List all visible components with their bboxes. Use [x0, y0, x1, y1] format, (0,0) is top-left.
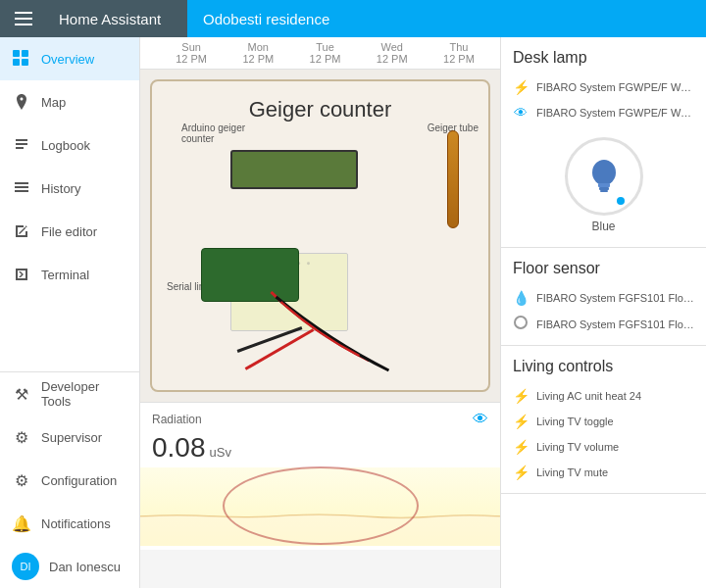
circle-icon-1 — [513, 316, 529, 332]
geiger-title: Geiger counter — [249, 97, 392, 122]
floor-sensor-title: Floor sensor — [513, 260, 694, 277]
floor-sensor-item-1[interactable]: FIBARO System FGFS101 Flood Sensor Flood — [513, 311, 694, 337]
floor-sensor-text-0: FIBARO System FGFS101 Flood Sensor Tempe… — [536, 292, 694, 304]
right-panel: Desk lamp ⚡ FIBARO System FGWPE/F Wall P… — [500, 37, 706, 588]
living-controls-item-1[interactable]: ⚡ Living TV toggle — [513, 409, 694, 434]
floor-sensor-item-0[interactable]: 💧 FIBARO System FGFS101 Flood Sensor Tem… — [513, 285, 694, 311]
configuration-icon: ⚙ — [12, 470, 31, 490]
main-panel: Sun12 PM Mon12 PM Tue12 PM Wed12 PM Thu1… — [140, 37, 500, 588]
svg-point-24 — [592, 160, 616, 185]
water-icon-0: 💧 — [513, 290, 529, 306]
geiger-image: Geiger counter Arduino geigercounter Gei… — [140, 70, 500, 402]
sidebar-item-logbook[interactable]: Logbook — [0, 123, 139, 167]
sidebar-item-overview[interactable]: Overview — [0, 37, 139, 80]
terminal-icon — [12, 265, 31, 284]
sidebar-label-terminal: Terminal — [41, 268, 89, 282]
sidebar-bottom: ⚒ Developer Tools ⚙ Supervisor ⚙ Configu… — [0, 371, 139, 588]
sidebar-item-notifications[interactable]: 🔔 Notifications — [0, 502, 139, 545]
svg-rect-25 — [598, 183, 610, 187]
sidebar-label-file-editor: File editor — [41, 224, 97, 239]
logbook-icon — [12, 135, 31, 155]
wires-svg — [152, 272, 488, 390]
radiation-value-row: 0.08 uSv — [140, 430, 500, 467]
grid-icon — [12, 49, 31, 69]
svg-rect-1 — [22, 50, 28, 57]
living-controls-text-0: Living AC unit heat 24 — [536, 390, 641, 402]
desk-lamp-title: Desk lamp — [513, 49, 694, 67]
time-label-sun: Sun12 PM — [158, 41, 225, 65]
sidebar-item-history[interactable]: History — [0, 167, 139, 210]
desk-lamp-card: Desk lamp ⚡ FIBARO System FGWPE/F Wall P… — [501, 37, 706, 248]
lightning-icon-lc0: ⚡ — [513, 388, 529, 404]
lcd-display-visual — [230, 150, 358, 189]
living-controls-item-3[interactable]: ⚡ Living TV mute — [513, 460, 694, 485]
page-title: Odobesti residence — [187, 11, 345, 27]
sidebar-label-supervisor: Supervisor — [41, 430, 102, 445]
living-controls-item-0[interactable]: ⚡ Living AC unit heat 24 — [513, 383, 694, 409]
time-label-mon: Mon12 PM — [225, 41, 291, 65]
bell-icon: 🔔 — [12, 514, 31, 533]
radiation-number: 0.08 — [152, 432, 206, 464]
lamp-container: Blue — [513, 125, 694, 239]
lightning-icon-0: ⚡ — [513, 79, 529, 95]
svg-rect-0 — [13, 50, 20, 57]
hamburger-button[interactable] — [0, 0, 47, 37]
sidebar-item-developer-tools[interactable]: ⚒ Developer Tools — [0, 372, 139, 416]
sidebar-item-configuration[interactable]: ⚙ Configuration — [0, 459, 139, 502]
radiation-card: Radiation 👁 0.08 uSv — [140, 403, 500, 550]
desk-lamp-text-0: FIBARO System FGWPE/F Wall Plug Switch — [536, 81, 694, 93]
floor-sensor-card: Floor sensor 💧 FIBARO System FGFS101 Flo… — [501, 248, 706, 346]
arduino-label: Arduino geigercounter — [181, 122, 245, 144]
sidebar-item-terminal[interactable]: Terminal — [0, 253, 139, 296]
avatar: DI — [12, 553, 39, 580]
living-controls-card: Living controls ⚡ Living AC unit heat 24… — [501, 346, 706, 494]
sidebar-label-configuration: Configuration — [41, 473, 117, 488]
desk-lamp-item-1[interactable]: 👁 FIBARO System FGWPE/F Wall Plug Power — [513, 100, 694, 125]
app-title: Home Assistant — [47, 0, 187, 37]
bulb-svg — [582, 155, 626, 198]
radiation-eye-icon[interactable]: 👁 — [473, 411, 488, 428]
lamp-circle — [565, 137, 643, 216]
living-controls-text-2: Living TV volume — [536, 441, 619, 453]
geiger-inner: Geiger counter Arduino geigercounter Gei… — [150, 79, 490, 392]
living-controls-text-3: Living TV mute — [536, 466, 608, 478]
lamp-dot — [617, 197, 625, 205]
lightning-icon-lc3: ⚡ — [513, 465, 529, 480]
sidebar-label-map: Map — [41, 95, 66, 110]
time-label-wed: Wed12 PM — [359, 41, 426, 65]
svg-rect-26 — [599, 187, 609, 190]
living-controls-title: Living controls — [513, 358, 694, 375]
floor-sensor-text-1: FIBARO System FGFS101 Flood Sensor Flood — [536, 318, 694, 330]
sidebar-label-history: History — [41, 181, 80, 196]
history-icon — [12, 178, 31, 198]
lightning-icon-lc2: ⚡ — [513, 439, 529, 455]
radiation-label: Radiation — [152, 413, 202, 426]
hamburger-icon — [15, 12, 32, 25]
svg-rect-27 — [600, 190, 608, 192]
sidebar-item-map[interactable]: Map — [0, 80, 139, 123]
sidebar-item-user[interactable]: DI Dan Ionescu — [0, 545, 139, 588]
radiation-unit: uSv — [210, 445, 231, 460]
sidebar-item-supervisor[interactable]: ⚙ Supervisor — [0, 416, 139, 459]
radiation-chart — [140, 467, 500, 546]
desk-lamp-item-0[interactable]: ⚡ FIBARO System FGWPE/F Wall Plug Switch — [513, 74, 694, 100]
chart-timeline-header: Sun12 PM Mon12 PM Tue12 PM Wed12 PM Thu1… — [140, 37, 500, 70]
main-layout: Overview Map Logbook Hi — [0, 37, 706, 588]
sidebar-label-notifications: Notifications — [41, 516, 111, 531]
developer-tools-icon: ⚒ — [12, 384, 31, 404]
geiger-counter-area: Geiger counter Arduino geigercounter Gei… — [140, 70, 500, 403]
radiation-header: Radiation 👁 — [140, 403, 500, 430]
sidebar: Overview Map Logbook Hi — [0, 37, 140, 588]
sidebar-label-user: Dan Ionescu — [49, 560, 121, 574]
geiger-tube-visual — [447, 130, 459, 228]
file-editor-icon — [12, 221, 31, 241]
svg-point-11 — [307, 262, 310, 265]
time-label-thu: Thu12 PM — [426, 41, 492, 65]
eye-icon-1: 👁 — [513, 105, 529, 121]
living-controls-text-1: Living TV toggle — [536, 416, 614, 427]
lamp-color-label: Blue — [591, 220, 615, 233]
time-label-tue: Tue12 PM — [291, 41, 358, 65]
living-controls-item-2[interactable]: ⚡ Living TV volume — [513, 434, 694, 460]
sidebar-item-file-editor[interactable]: File editor — [0, 210, 139, 253]
map-icon — [12, 92, 31, 112]
